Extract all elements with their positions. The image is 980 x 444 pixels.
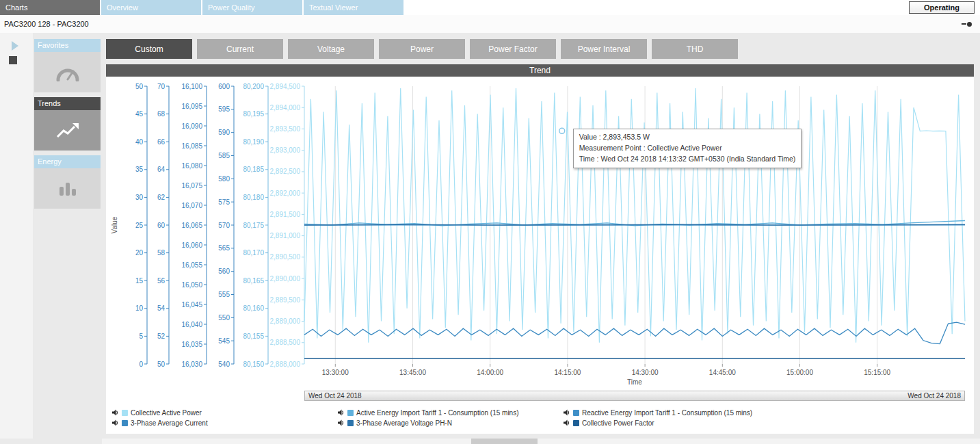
svg-text:50: 50 (157, 361, 165, 368)
svg-text:14:30:00: 14:30:00 (632, 369, 659, 376)
svg-text:40: 40 (135, 138, 144, 146)
svg-text:10: 10 (135, 304, 144, 312)
svg-text:16,030: 16,030 (181, 361, 202, 368)
svg-text:45: 45 (135, 110, 144, 118)
sidebar-section-favorites[interactable]: Favorites (34, 39, 101, 52)
svg-text:2,891,500: 2,891,500 (270, 211, 301, 218)
svg-text:15:15:00: 15:15:00 (864, 369, 890, 376)
tab-overview[interactable]: Overview (101, 0, 201, 15)
svg-text:2,888,000: 2,888,000 (270, 361, 301, 368)
svg-text:2,894,500: 2,894,500 (270, 83, 301, 90)
legend-item-3-phase-average-voltage-ph-n[interactable]: 3-Phase Average Voltage PH-N (337, 418, 563, 428)
expand-arrow-icon[interactable] (12, 41, 18, 51)
tab-power-quality[interactable]: Power Quality (202, 0, 302, 15)
svg-text:13:45:00: 13:45:00 (399, 369, 426, 376)
svg-text:25: 25 (135, 222, 144, 229)
top-tabs: ChartsOverviewPower QualityTextual Viewe… (0, 0, 405, 15)
breadcrumb-bar: PAC3200 128 - PAC3200 (0, 15, 980, 33)
sidebar-section-energy[interactable]: Energy (34, 155, 101, 168)
trend-panel-title: Trend (106, 64, 974, 77)
sidebar-section-trends[interactable]: Trends (34, 97, 101, 110)
tab-textual-viewer[interactable]: Textual Viewer (304, 0, 403, 15)
legend-item-reactive-energy-import-tariff-1-consumption-15-mins[interactable]: Reactive Energy Import Tariff 1 - Consum… (563, 408, 752, 417)
chart-type-button-power-interval[interactable]: Power Interval (561, 39, 647, 59)
legend-swatch (573, 410, 579, 416)
svg-text:58: 58 (157, 249, 165, 257)
legend-item-collective-active-power[interactable]: Collective Active Power (111, 408, 337, 417)
series-collective-active-power (304, 88, 965, 343)
legend-item-3-phase-average-current[interactable]: 3-Phase Average Current (111, 418, 337, 428)
chart-type-button-voltage[interactable]: Voltage (288, 39, 374, 59)
legend-label: Reactive Energy Import Tariff 1 - Consum… (582, 409, 752, 417)
chart-body: 13:30:0013:45:0014:00:0014:15:0014:30:00… (106, 77, 974, 434)
svg-text:16,045: 16,045 (181, 301, 202, 309)
series-3-phase-average-current (304, 322, 965, 344)
horizontal-scrollbar[interactable] (102, 439, 980, 444)
svg-text:80,175: 80,175 (243, 222, 264, 229)
scrollbar-thumb[interactable] (471, 439, 538, 444)
svg-text:16,080: 16,080 (181, 162, 202, 170)
svg-text:15:00:00: 15:00:00 (786, 369, 813, 376)
measurement-icon (337, 419, 345, 426)
tooltip-value: Value : 2,893,453.5 W (579, 132, 796, 143)
svg-text:2,894,000: 2,894,000 (270, 104, 301, 112)
svg-text:14:45:00: 14:45:00 (709, 369, 736, 376)
svg-text:80,180: 80,180 (243, 194, 264, 201)
legend-label: Active Energy Import Tariff 1 - Consumpt… (356, 409, 519, 417)
svg-text:68: 68 (157, 110, 165, 118)
operating-button[interactable]: Operating (909, 1, 975, 14)
chart-type-button-custom[interactable]: Custom (106, 39, 192, 59)
tooltip-measurement-point: Measurement Point : Collective Active Po… (579, 143, 796, 154)
svg-text:585: 585 (218, 152, 230, 159)
collapse-strip (0, 33, 33, 439)
svg-text:2,892,000: 2,892,000 (270, 190, 301, 197)
svg-text:14:15:00: 14:15:00 (554, 369, 581, 376)
svg-text:60: 60 (157, 222, 165, 229)
legend-swatch (122, 410, 128, 416)
trend-icon[interactable] (34, 110, 101, 151)
stop-square-icon[interactable] (9, 56, 17, 64)
svg-text:14:00:00: 14:00:00 (477, 369, 503, 376)
legend-item-active-energy-import-tariff-1-consumption-15-mins[interactable]: Active Energy Import Tariff 1 - Consumpt… (337, 408, 563, 417)
svg-text:550: 550 (218, 314, 230, 322)
date-range-bar[interactable]: Wed Oct 24 2018 Wed Oct 24 2018 (304, 391, 965, 401)
measurement-icon (111, 409, 119, 416)
gauge-icon[interactable] (34, 52, 101, 92)
svg-text:2,889,000: 2,889,000 (270, 317, 301, 325)
svg-text:555: 555 (218, 291, 230, 298)
trend-chart-svg[interactable]: 13:30:0013:45:0014:00:0014:15:0014:30:00… (106, 77, 973, 390)
svg-text:80,155: 80,155 (243, 332, 264, 340)
svg-text:20: 20 (135, 249, 144, 257)
chart-type-button-current[interactable]: Current (197, 39, 283, 59)
svg-text:80,160: 80,160 (243, 304, 264, 312)
svg-text:64: 64 (157, 166, 165, 173)
svg-text:16,085: 16,085 (181, 142, 202, 150)
chart-type-button-thd[interactable]: THD (652, 39, 738, 59)
svg-text:Value: Value (111, 216, 118, 233)
svg-text:2,891,000: 2,891,000 (270, 232, 301, 239)
energy-bars-icon[interactable] (34, 168, 101, 209)
svg-text:565: 565 (218, 244, 230, 252)
svg-text:2,890,000: 2,890,000 (270, 275, 301, 283)
legend-label: Collective Power Factor (582, 419, 654, 427)
measurement-icon (563, 419, 570, 426)
legend-swatch (122, 420, 128, 426)
pin-icon[interactable] (962, 22, 972, 27)
svg-text:62: 62 (157, 194, 165, 201)
svg-text:600: 600 (218, 83, 230, 90)
date-range-end: Wed Oct 24 2018 (908, 392, 961, 400)
svg-text:0: 0 (139, 361, 143, 368)
svg-text:2,893,000: 2,893,000 (270, 146, 301, 154)
app-window: ChartsOverviewPower QualityTextual Viewe… (0, 0, 980, 444)
svg-text:560: 560 (218, 267, 230, 275)
tab-charts[interactable]: Charts (0, 0, 100, 15)
sidebar: FavoritesTrendsEnergy (34, 39, 101, 213)
svg-text:575: 575 (218, 198, 230, 206)
svg-text:Time: Time (627, 378, 642, 386)
chart-type-button-power[interactable]: Power (379, 39, 465, 59)
svg-text:80,190: 80,190 (243, 138, 264, 146)
legend-label: Collective Active Power (131, 409, 202, 417)
chart-type-buttons: CustomCurrentVoltagePowerPower FactorPow… (106, 39, 738, 59)
legend-item-collective-power-factor[interactable]: Collective Power Factor (563, 418, 752, 428)
chart-type-button-power-factor[interactable]: Power Factor (470, 39, 556, 59)
